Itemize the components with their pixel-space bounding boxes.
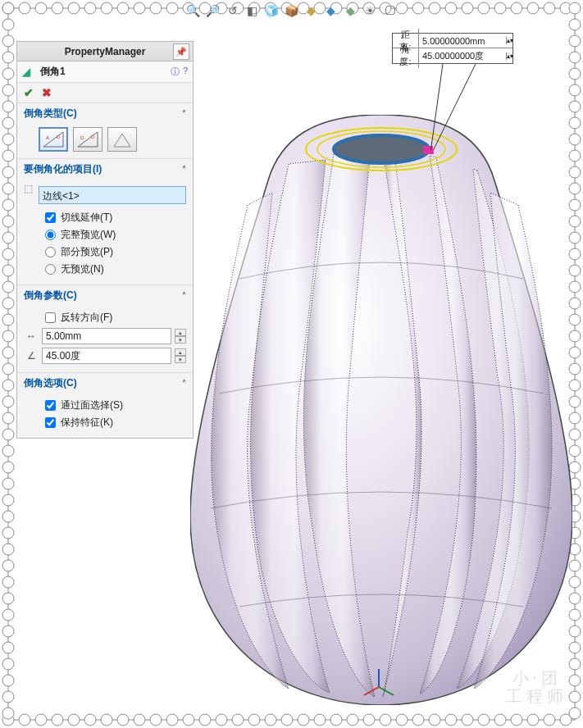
- svg-point-8: [334, 135, 429, 163]
- collapse-icon[interactable]: ˄: [182, 379, 186, 388]
- feature-chamfer-icon: ◢: [22, 66, 35, 79]
- dim-ang-value[interactable]: 45.00000000度: [419, 50, 506, 62]
- tangent-propagation-checkbox[interactable]: 切线延伸(T): [24, 209, 186, 226]
- collapse-icon[interactable]: ˄: [182, 109, 186, 118]
- type-vertex[interactable]: [107, 127, 137, 152]
- collapse-icon[interactable]: ˄: [182, 291, 186, 300]
- section-icon[interactable]: ◧: [245, 3, 260, 18]
- full-preview-radio[interactable]: 完整预览(W): [24, 226, 186, 243]
- section-items-header[interactable]: 要倒角化的项目(I): [24, 162, 102, 176]
- zoom-area-icon[interactable]: 🔎: [206, 3, 221, 18]
- angle-spinner[interactable]: ▴▾: [175, 348, 186, 363]
- distance-input[interactable]: 5.00mm: [42, 328, 171, 344]
- vase-model: [190, 115, 572, 705]
- svg-text:D: D: [91, 134, 95, 139]
- section-type-header[interactable]: 倒角类型(C): [24, 107, 77, 121]
- dim-ang-spinner[interactable]: ▴▾: [506, 52, 512, 60]
- pm-title-text: PropertyManager: [65, 46, 146, 57]
- pm-pin-button[interactable]: 📌: [173, 43, 189, 60]
- cancel-button[interactable]: ✖: [42, 86, 52, 99]
- section-params-header[interactable]: 倒角参数(C): [24, 289, 77, 303]
- angle-icon: ∠: [24, 348, 39, 363]
- type-angle-distance[interactable]: AD: [39, 127, 68, 152]
- property-manager-panel: PropertyManager 📌 ◢ 倒角1 ⓘ ? ✔ ✖ 倒角类型(C) …: [16, 41, 194, 439]
- svg-text:A: A: [46, 135, 49, 140]
- svg-text:D: D: [80, 135, 84, 140]
- render-icon[interactable]: ☀: [363, 3, 378, 18]
- pm-help-icon[interactable]: ⓘ: [171, 66, 180, 78]
- type-distance-distance[interactable]: DD: [73, 127, 102, 152]
- reverse-direction-checkbox[interactable]: 反转方向(F): [24, 309, 186, 326]
- angle-input[interactable]: 45.00度: [42, 348, 171, 364]
- zoom-fit-icon[interactable]: 🔍: [186, 3, 201, 18]
- pm-title: PropertyManager 📌: [17, 42, 193, 61]
- svg-text:D: D: [57, 134, 61, 139]
- keep-features-checkbox[interactable]: 保持特征(K): [24, 414, 186, 431]
- scene-icon[interactable]: ◆: [344, 3, 358, 18]
- partial-preview-radio[interactable]: 部分预览(P): [24, 243, 186, 261]
- dim-dist-value[interactable]: 5.00000000mm: [419, 36, 506, 46]
- collapse-icon[interactable]: ˄: [182, 165, 186, 174]
- pm-help-more-icon[interactable]: ?: [183, 66, 188, 78]
- distance-spinner[interactable]: ▴▾: [175, 329, 186, 344]
- hide-show-icon[interactable]: ◆: [304, 3, 319, 18]
- dimension-callout: 距离: 5.00000000mm ▴▾ 角度: 45.00000000度 ▴▾: [392, 33, 513, 64]
- appearance-icon[interactable]: ◆: [324, 3, 339, 18]
- dim-dist-spinner[interactable]: ▴▾: [506, 37, 512, 44]
- ok-button[interactable]: ✔: [24, 86, 34, 99]
- view-toolbar: 🔍 🔎 ↺ ◧ 🧊 📦 ◆ ◆ ◆ ☀ 🖵: [186, 3, 398, 18]
- no-preview-radio[interactable]: 无预览(N): [24, 261, 186, 278]
- edge-selection-icon: ⬚: [24, 183, 39, 209]
- edge-selection-box[interactable]: 边线<1>: [39, 186, 186, 204]
- display-style-icon[interactable]: 📦: [285, 3, 299, 18]
- section-options-header[interactable]: 倒角选项(C): [24, 376, 77, 390]
- feature-name: 倒角1: [40, 65, 66, 79]
- svg-rect-10: [423, 146, 433, 154]
- select-through-faces-checkbox[interactable]: 通过面选择(S): [24, 397, 186, 414]
- dim-ang-label: 角度:: [393, 43, 419, 68]
- zoom-prev-icon[interactable]: ↺: [225, 3, 240, 18]
- view-orient-icon[interactable]: 🧊: [265, 3, 280, 18]
- screen-icon[interactable]: 🖵: [383, 3, 398, 18]
- distance-icon: ↔: [24, 329, 39, 344]
